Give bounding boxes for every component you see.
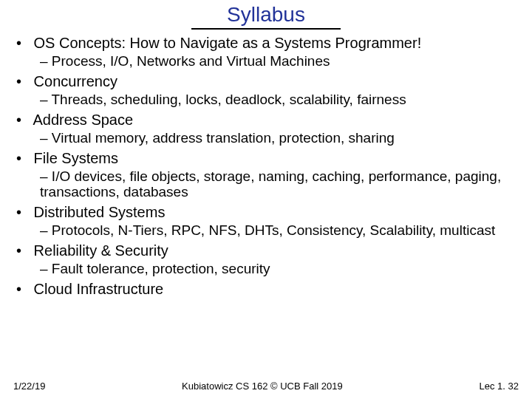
subtopic-item: – Protocols, N-Tiers, RPC, NFS, DHTs, Co… xyxy=(40,222,517,239)
topic-label: Distributed Systems xyxy=(34,204,166,220)
topic-item: • File Systems xyxy=(16,149,517,167)
bullet-icon: • xyxy=(16,111,30,129)
topic-label: Concurrency xyxy=(34,73,117,89)
topic-item: • Cloud Infrastructure xyxy=(16,280,517,298)
topic-label: Address Space xyxy=(33,112,133,128)
footer-date: 1/22/19 xyxy=(13,381,45,392)
topic-item: • Concurrency xyxy=(16,72,517,90)
topic-item: • Distributed Systems xyxy=(16,203,517,221)
topic-item: • Address Space xyxy=(16,111,517,129)
subtopic-item: – I/O devices, file objects, storage, na… xyxy=(40,168,517,201)
title-wrap: Syllabus xyxy=(15,3,517,30)
subtopic-label: Fault tolerance, protection, security xyxy=(52,261,270,276)
slide-title: Syllabus xyxy=(191,3,341,30)
slide: Syllabus • OS Concepts: How to Navigate … xyxy=(0,0,532,298)
bullet-icon: • xyxy=(16,280,30,298)
subtopic-item: – Process, I/O, Networks and Virtual Mac… xyxy=(40,53,517,69)
bullet-icon: • xyxy=(16,72,30,90)
dash-icon: – xyxy=(40,261,52,276)
topic-item: • OS Concepts: How to Navigate as a Syst… xyxy=(16,34,517,52)
bullet-icon: • xyxy=(16,149,30,167)
footer: 1/22/19 Kubiatowicz CS 162 © UCB Fall 20… xyxy=(0,381,532,392)
subtopic-label: Threads, scheduling, locks, deadlock, sc… xyxy=(52,92,406,107)
footer-center: Kubiatowicz CS 162 © UCB Fall 2019 xyxy=(45,381,479,392)
subtopic-item: – Fault tolerance, protection, security xyxy=(40,261,517,277)
subtopic-label: I/O devices, file objects, storage, nami… xyxy=(40,168,501,200)
subtopic-label: Process, I/O, Networks and Virtual Machi… xyxy=(52,53,330,69)
bullet-icon: • xyxy=(16,34,30,52)
topic-label: Cloud Infrastructure xyxy=(34,281,164,297)
dash-icon: – xyxy=(40,222,52,238)
dash-icon: – xyxy=(40,92,52,107)
subtopic-item: – Threads, scheduling, locks, deadlock, … xyxy=(40,92,517,108)
topic-item: • Reliability & Security xyxy=(16,242,517,259)
subtopic-item: – Virtual memory, address translation, p… xyxy=(40,130,517,146)
content-area: • OS Concepts: How to Navigate as a Syst… xyxy=(15,34,517,298)
bullet-icon: • xyxy=(16,242,30,259)
dash-icon: – xyxy=(40,130,52,146)
subtopic-label: Protocols, N-Tiers, RPC, NFS, DHTs, Cons… xyxy=(52,222,495,238)
subtopic-label: Virtual memory, address translation, pro… xyxy=(52,130,395,146)
bullet-icon: • xyxy=(16,203,30,221)
topic-label: File Systems xyxy=(34,150,118,166)
footer-slide-number: Lec 1. 32 xyxy=(480,381,519,392)
topic-label: OS Concepts: How to Navigate as a System… xyxy=(34,35,422,51)
dash-icon: – xyxy=(40,168,52,184)
topic-label: Reliability & Security xyxy=(34,242,168,259)
dash-icon: – xyxy=(40,53,52,69)
